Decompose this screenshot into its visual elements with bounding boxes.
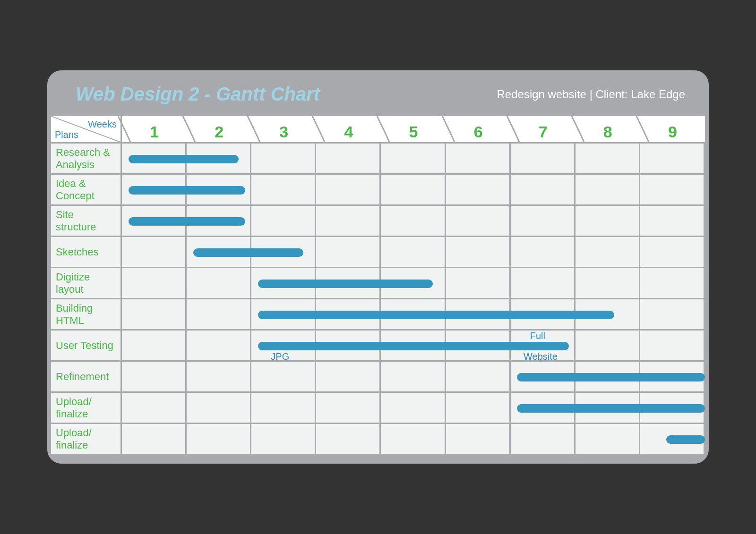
grid-cell bbox=[511, 362, 576, 393]
grid-cell bbox=[446, 299, 511, 331]
grid-cell bbox=[122, 299, 187, 331]
grid-cell bbox=[511, 299, 576, 331]
grid-cell bbox=[381, 362, 446, 393]
grid-cell bbox=[122, 268, 187, 299]
grid-cell bbox=[640, 393, 705, 424]
grid-cell bbox=[122, 237, 187, 268]
grid-cell bbox=[381, 144, 446, 175]
grid-cell bbox=[511, 144, 576, 175]
grid-cell bbox=[381, 175, 446, 206]
page-title: Web Design 2 - Gantt Chart bbox=[76, 84, 320, 105]
gantt-chart: Weeks Plans 1 2 3 4 5 6 7 8 bbox=[47, 116, 709, 464]
plans-axis-label: Plans bbox=[55, 129, 78, 140]
header: Web Design 2 - Gantt Chart Redesign webs… bbox=[47, 70, 709, 116]
grid-cell bbox=[576, 393, 640, 424]
week-number: 2 bbox=[215, 123, 223, 141]
grid-cell bbox=[511, 424, 576, 455]
grid-cell bbox=[316, 331, 381, 362]
week-header: 6 bbox=[446, 116, 511, 144]
grid-cell bbox=[316, 144, 381, 175]
grid-cell bbox=[446, 362, 511, 393]
grid-cell bbox=[381, 393, 446, 424]
grid-cell bbox=[251, 268, 316, 299]
plan-label: Upload/ finalize bbox=[51, 424, 122, 455]
grid-cell bbox=[511, 237, 576, 268]
axis-corner: Weeks Plans bbox=[51, 116, 122, 144]
grid-cell bbox=[122, 144, 187, 175]
week-header: 4 bbox=[316, 116, 381, 144]
grid-cell bbox=[446, 206, 511, 237]
grid-cell bbox=[640, 206, 705, 237]
grid-cell bbox=[576, 299, 640, 331]
grid-cell bbox=[251, 393, 316, 424]
grid-cell bbox=[381, 331, 446, 362]
plan-label: Sketches bbox=[51, 237, 122, 268]
plan-label: Refinement bbox=[51, 362, 122, 393]
week-number: 7 bbox=[539, 123, 548, 141]
week-header: 5 bbox=[381, 116, 446, 144]
grid-cell bbox=[381, 424, 446, 455]
grid-cell bbox=[187, 299, 251, 331]
grid-cell bbox=[381, 299, 446, 331]
grid-cell bbox=[640, 144, 705, 175]
grid-cell bbox=[511, 206, 576, 237]
grid-cell bbox=[640, 175, 705, 206]
grid-cell bbox=[316, 206, 381, 237]
grid-cell bbox=[187, 268, 251, 299]
gantt-grid: Weeks Plans 1 2 3 4 5 6 7 8 bbox=[51, 116, 705, 455]
week-header: 9 bbox=[640, 116, 705, 144]
grid-cell bbox=[316, 268, 381, 299]
grid-cell bbox=[251, 144, 316, 175]
page-subtitle: Redesign website | Client: Lake Edge bbox=[497, 88, 685, 101]
grid-cell bbox=[576, 362, 640, 393]
grid-cell bbox=[446, 175, 511, 206]
grid-cell bbox=[187, 237, 251, 268]
grid-cell bbox=[251, 175, 316, 206]
grid-cell bbox=[251, 362, 316, 393]
grid-cell bbox=[446, 424, 511, 455]
grid-cell bbox=[446, 144, 511, 175]
grid-cell bbox=[381, 268, 446, 299]
grid-cell bbox=[316, 237, 381, 268]
grid-cell bbox=[251, 299, 316, 331]
week-number: 3 bbox=[279, 123, 288, 141]
plan-label: Building HTML bbox=[51, 299, 122, 331]
grid-cell bbox=[251, 237, 316, 268]
week-header: 1 bbox=[122, 116, 187, 144]
week-number: 6 bbox=[474, 123, 483, 141]
week-header: 2 bbox=[187, 116, 251, 144]
grid-cell bbox=[122, 424, 187, 455]
grid-cell bbox=[576, 268, 640, 299]
grid-cell bbox=[381, 237, 446, 268]
grid-cell bbox=[251, 206, 316, 237]
week-header: 8 bbox=[576, 116, 640, 144]
grid-cell bbox=[446, 331, 511, 362]
week-number: 8 bbox=[603, 123, 612, 141]
week-number: 4 bbox=[344, 123, 353, 141]
grid-cell bbox=[187, 331, 251, 362]
grid-cell bbox=[187, 206, 251, 237]
grid-cell bbox=[122, 393, 187, 424]
grid-cell bbox=[640, 362, 705, 393]
grid-cell bbox=[640, 424, 705, 455]
grid-cell bbox=[576, 206, 640, 237]
grid-cell bbox=[316, 299, 381, 331]
grid-cell bbox=[122, 175, 187, 206]
grid-cell bbox=[316, 393, 381, 424]
grid-cell bbox=[511, 393, 576, 424]
grid-cell bbox=[187, 175, 251, 206]
grid-cell bbox=[640, 299, 705, 331]
grid-cell bbox=[122, 362, 187, 393]
plan-label: Digitize layout bbox=[51, 268, 122, 299]
weeks-axis-label: Weeks bbox=[88, 119, 117, 130]
week-header: 7 bbox=[511, 116, 576, 144]
plan-label: User Testing bbox=[51, 331, 122, 362]
grid-cell bbox=[576, 424, 640, 455]
grid-cell bbox=[187, 144, 251, 175]
week-number: 9 bbox=[668, 123, 677, 141]
week-number: 1 bbox=[150, 123, 159, 141]
grid-cell bbox=[446, 268, 511, 299]
grid-cell bbox=[446, 393, 511, 424]
grid-cell bbox=[576, 237, 640, 268]
grid-cell bbox=[576, 144, 640, 175]
